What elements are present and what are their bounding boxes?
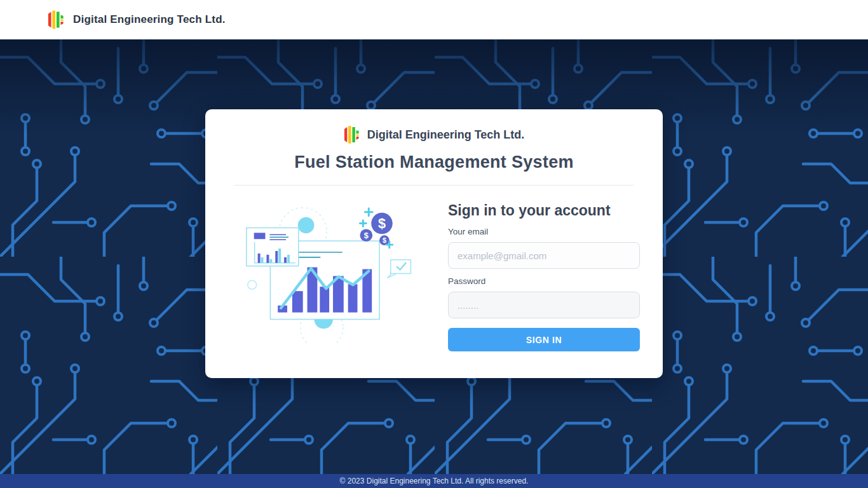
signin-form: Sign in to your account Your email Passw…	[448, 196, 640, 351]
outline-circle-icon	[248, 280, 257, 289]
email-input[interactable]	[448, 242, 640, 269]
password-label: Password	[448, 276, 640, 286]
card-header: Digital Engineering Tech Ltd. Fuel Stati…	[205, 109, 663, 186]
illustration-wrap: $ $ $	[220, 196, 448, 351]
header-company-name: Digital Engineering Tech Ltd.	[73, 13, 226, 26]
company-logo-icon	[344, 125, 360, 145]
card-logo-row: Digital Engineering Tech Ltd.	[205, 125, 663, 145]
svg-text:$: $	[383, 236, 386, 244]
password-input[interactable]	[448, 292, 640, 318]
signin-button[interactable]: SIGN IN	[448, 328, 640, 351]
app-header: Digital Engineering Tech Ltd.	[0, 0, 868, 39]
svg-text:$: $	[378, 215, 386, 231]
cyan-dot-icon	[298, 217, 315, 234]
copyright-text: © 2023 Digital Engineering Tech Ltd. All…	[340, 477, 529, 485]
signin-heading: Sign in to your account	[448, 202, 640, 219]
mini-report-panel	[247, 227, 299, 266]
email-label: Your email	[448, 227, 640, 236]
app-footer: © 2023 Digital Engineering Tech Ltd. All…	[0, 474, 868, 488]
analytics-dashboard-illustration: $ $ $	[239, 203, 430, 344]
dollar-coin-icon: $ $ $	[360, 213, 392, 245]
login-card: Digital Engineering Tech Ltd. Fuel Stati…	[205, 109, 663, 378]
page-title: Fuel Station Management System	[205, 152, 663, 172]
company-logo-icon	[48, 9, 64, 30]
card-company-name: Digital Engineering Tech Ltd.	[367, 128, 525, 142]
card-body: $ $ $	[205, 186, 663, 351]
svg-text:$: $	[364, 231, 369, 240]
check-note-icon	[388, 260, 411, 278]
